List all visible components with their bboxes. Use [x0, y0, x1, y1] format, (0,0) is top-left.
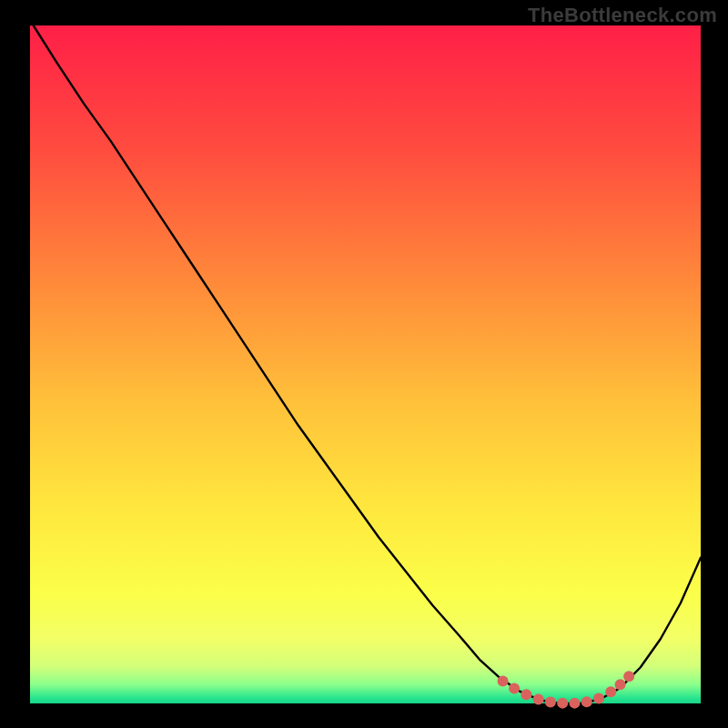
optimal-dot — [605, 686, 616, 697]
optimal-dot — [533, 694, 544, 705]
optimal-dot — [581, 696, 592, 707]
optimal-dot — [498, 675, 509, 686]
bottleneck-chart — [0, 0, 728, 728]
optimal-dot — [569, 698, 580, 709]
optimal-dot — [545, 697, 556, 708]
chart-frame: { "watermark": "TheBottleneck.com", "cha… — [0, 0, 728, 728]
optimal-dot — [615, 679, 626, 690]
plot-background — [30, 25, 701, 703]
optimal-dot — [557, 698, 568, 709]
optimal-dot — [623, 671, 634, 682]
optimal-dot — [509, 683, 520, 694]
optimal-dot — [521, 689, 531, 700]
optimal-dot — [593, 693, 604, 703]
